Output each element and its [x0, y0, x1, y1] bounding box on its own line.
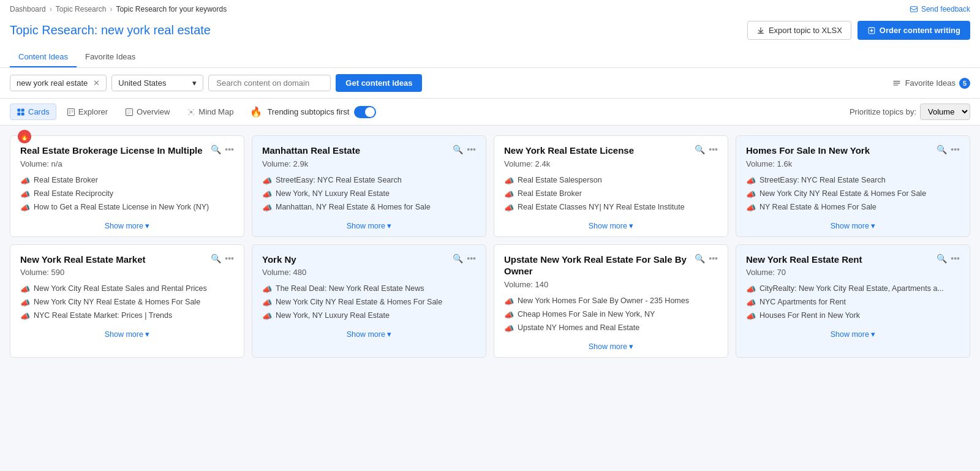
- card-item-5-2[interactable]: 📣 New York, NY Luxury Real Estate: [262, 311, 476, 321]
- card-item-0-1[interactable]: 📣 Real Estate Reciprocity: [20, 189, 234, 199]
- card-item-2-1[interactable]: 📣 Real Estate Broker: [504, 189, 718, 199]
- domain-search-input[interactable]: [208, 75, 331, 91]
- more-card-icon-6[interactable]: •••: [709, 254, 718, 263]
- megaphone-icon-5-2: 📣: [262, 312, 272, 321]
- prioritize-select[interactable]: Volume: [920, 104, 970, 120]
- trending-label: Trending subtopics first: [267, 107, 349, 116]
- tab-favorite-ideas[interactable]: Favorite Ideas: [77, 47, 144, 67]
- more-card-icon-4[interactable]: •••: [225, 254, 234, 263]
- card-item-4-0[interactable]: 📣 New York City Real Estate Sales and Re…: [20, 284, 234, 294]
- more-card-icon-0[interactable]: •••: [225, 145, 234, 154]
- card-item-1-1[interactable]: 📣 New York, NY Luxury Real Estate: [262, 189, 476, 199]
- card-item-4-1[interactable]: 📣 New York City NY Real Estate & Homes F…: [20, 298, 234, 307]
- search-card-icon-7[interactable]: 🔍: [937, 254, 947, 263]
- show-more-btn-5[interactable]: Show more ▾: [262, 327, 476, 339]
- search-card-icon-1[interactable]: 🔍: [453, 145, 463, 154]
- search-card-icon-2[interactable]: 🔍: [695, 145, 705, 154]
- card-title-5: York Ny: [262, 254, 453, 266]
- tab-content-ideas[interactable]: Content Ideas: [10, 47, 77, 67]
- card-item-0-2[interactable]: 📣 How to Get a Real Estate License in Ne…: [20, 203, 234, 213]
- export-button[interactable]: Export topic to XLSX: [747, 21, 851, 40]
- megaphone-icon-2-2: 📣: [504, 203, 514, 213]
- card-item-7-0[interactable]: 📣 CityRealty: New York City Real Estate,…: [746, 284, 960, 294]
- card-item-2-0[interactable]: 📣 Real Estate Salesperson: [504, 176, 718, 186]
- card-item-0-0[interactable]: 📣 Real Estate Broker: [20, 176, 234, 186]
- svg-line-25: [191, 112, 194, 115]
- breadcrumb-current: Topic Research for your keywords: [116, 5, 227, 13]
- trending-toggle[interactable]: [354, 106, 376, 118]
- search-card-icon-4[interactable]: 🔍: [211, 254, 221, 263]
- more-card-icon-2[interactable]: •••: [709, 145, 718, 154]
- trend-section: 🔥 Trending subtopics first: [250, 106, 376, 118]
- card-item-3-1[interactable]: 📣 New York City NY Real Estate & Homes F…: [746, 189, 960, 199]
- view-explorer-btn[interactable]: Explorer: [60, 104, 115, 120]
- send-feedback-btn[interactable]: Send feedback: [910, 5, 970, 13]
- card-item-7-1[interactable]: 📣 NYC Apartments for Rent: [746, 298, 960, 307]
- card-volume-0: Volume: n/a: [20, 159, 234, 168]
- country-chevron-icon: ▾: [192, 78, 197, 88]
- card-item-3-2[interactable]: 📣 NY Real Estate & Homes For Sale: [746, 203, 960, 213]
- megaphone-icon-7-1: 📣: [746, 298, 756, 307]
- megaphone-icon-7-2: 📣: [746, 312, 756, 321]
- view-cards-btn[interactable]: Cards: [10, 104, 56, 120]
- breadcrumb-topic-research[interactable]: Topic Research: [56, 5, 107, 13]
- mindmap-icon: [187, 108, 195, 116]
- card-header-6: Upstate New York Real Estate For Sale By…: [504, 254, 718, 277]
- card-item-6-2[interactable]: 📣 Upstate NY Homes and Real Estate: [504, 323, 718, 333]
- card-item-5-1[interactable]: 📣 New York City NY Real Estate & Homes F…: [262, 298, 476, 307]
- search-card-icon-5[interactable]: 🔍: [453, 254, 463, 263]
- show-more-btn-1[interactable]: Show more ▾: [262, 219, 476, 230]
- more-card-icon-5[interactable]: •••: [467, 254, 476, 263]
- show-more-btn-2[interactable]: Show more ▾: [504, 219, 718, 230]
- breadcrumb-sep2: ›: [110, 5, 112, 13]
- more-card-icon-7[interactable]: •••: [951, 254, 960, 263]
- card-actions-4: 🔍 •••: [211, 254, 234, 263]
- card-items-2: 📣 Real Estate Salesperson 📣 Real Estate …: [504, 176, 718, 213]
- toolbar: new york real estate ✕ United States ▾ G…: [0, 68, 980, 99]
- card-item-1-2[interactable]: 📣 Manhattan, NY Real Estate & Homes for …: [262, 203, 476, 213]
- svg-rect-3: [893, 81, 900, 81]
- view-overview-btn[interactable]: Overview: [118, 104, 176, 120]
- breadcrumb-dashboard[interactable]: Dashboard: [10, 5, 46, 13]
- explorer-label: Explorer: [78, 107, 108, 116]
- card-volume-4: Volume: 590: [20, 268, 234, 277]
- card-item-6-0[interactable]: 📣 New York Homes For Sale By Owner - 235…: [504, 296, 718, 306]
- card-item-2-2[interactable]: 📣 Real Estate Classes NY| NY Real Estate…: [504, 203, 718, 213]
- title-row: Topic Research: new york real estate Exp…: [10, 17, 970, 45]
- card-items-3: 📣 StreetEasy: NYC Real Estate Search 📣 N…: [746, 176, 960, 213]
- search-card-icon-6[interactable]: 🔍: [695, 254, 705, 263]
- card-item-1-0[interactable]: 📣 StreetEasy: NYC Real Estate Search: [262, 176, 476, 186]
- card-item-3-0[interactable]: 📣 StreetEasy: NYC Real Estate Search: [746, 176, 960, 186]
- show-more-btn-4[interactable]: Show more ▾: [20, 327, 234, 339]
- card-title-0: Real Estate Brokerage License In Multipl…: [20, 145, 211, 157]
- show-more-btn-7[interactable]: Show more ▾: [746, 327, 960, 339]
- search-card-icon-3[interactable]: 🔍: [937, 145, 947, 154]
- country-select[interactable]: United States ▾: [111, 75, 203, 91]
- card-volume-7: Volume: 70: [746, 268, 960, 277]
- list-icon: [892, 78, 902, 88]
- order-button[interactable]: Order content writing: [858, 21, 970, 40]
- card-item-7-2[interactable]: 📣 Houses For Rent in New York: [746, 311, 960, 321]
- card-item-text-1-0: StreetEasy: NYC Real Estate Search: [276, 176, 402, 184]
- card-item-text-5-2: New York, NY Luxury Real Estate: [276, 311, 390, 320]
- show-more-btn-3[interactable]: Show more ▾: [746, 219, 960, 230]
- keyword-remove-btn[interactable]: ✕: [93, 78, 100, 88]
- show-more-btn-0[interactable]: Show more ▾: [20, 219, 234, 230]
- megaphone-icon-6-0: 📣: [504, 297, 514, 306]
- card-item-6-1[interactable]: 📣 Cheap Homes For Sale in New York, NY: [504, 310, 718, 320]
- favorite-ideas-label[interactable]: Favorite Ideas: [905, 78, 956, 88]
- card-item-5-0[interactable]: 📣 The Real Deal: New York Real Estate Ne…: [262, 284, 476, 294]
- view-mindmap-btn[interactable]: Mind Map: [180, 104, 240, 120]
- show-more-btn-6[interactable]: Show more ▾: [504, 339, 718, 351]
- card-title-4: New York Real Estate Market: [20, 254, 211, 266]
- card-item-text-3-0: StreetEasy: NYC Real Estate Search: [760, 176, 886, 184]
- megaphone-icon-7-0: 📣: [746, 285, 756, 294]
- card-title-6: Upstate New York Real Estate For Sale By…: [504, 254, 695, 277]
- more-card-icon-1[interactable]: •••: [467, 145, 476, 154]
- search-card-icon-0[interactable]: 🔍: [211, 145, 221, 154]
- overview-label: Overview: [137, 107, 170, 116]
- svg-rect-5: [893, 85, 898, 85]
- card-item-4-2[interactable]: 📣 NYC Real Estate Market: Prices | Trend…: [20, 311, 234, 321]
- more-card-icon-3[interactable]: •••: [951, 145, 960, 154]
- get-ideas-button[interactable]: Get content ideas: [336, 74, 422, 92]
